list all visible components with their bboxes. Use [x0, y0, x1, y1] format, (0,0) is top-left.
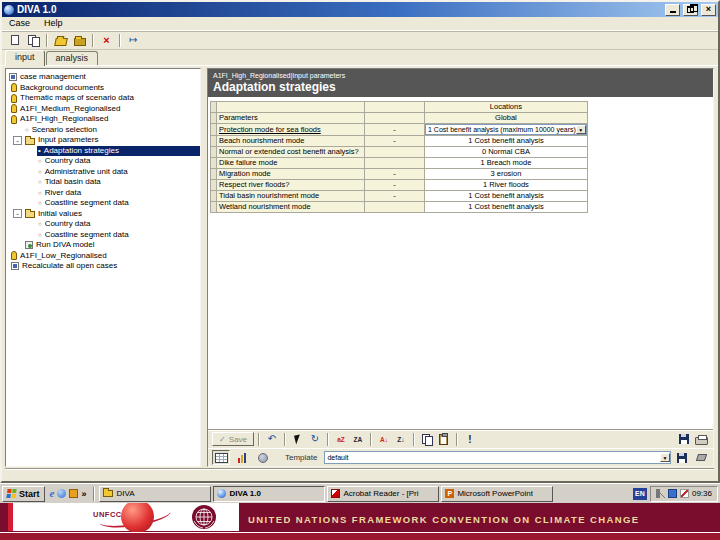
print-button[interactable] [693, 432, 709, 447]
taskbar-window-diva[interactable]: DIVA 1.0 [213, 486, 325, 502]
quick-launch-icon[interactable] [69, 489, 78, 498]
select-mode-button[interactable] [290, 432, 306, 447]
parameter-name-cell[interactable]: Normal or extended cost benefit analysis… [217, 147, 365, 158]
quick-launch-icon[interactable] [57, 489, 66, 498]
tree-item[interactable]: ○Coastline segment data [6, 198, 200, 209]
circle-icon: ○ [38, 199, 42, 207]
copy-case-button[interactable] [24, 32, 43, 49]
tree-item[interactable]: ○Administrative unit data [6, 167, 200, 178]
signal-icon[interactable] [680, 489, 689, 498]
parameter-name-cell[interactable]: Respect river floods? [217, 180, 365, 191]
chart-view-button[interactable] [233, 450, 251, 465]
export-button[interactable]: ↦ [124, 32, 143, 49]
chevron-down-icon[interactable]: ▼ [576, 125, 586, 134]
value-cell[interactable]: 1 River floods [425, 180, 588, 191]
folder-icon [103, 490, 113, 497]
tab-input[interactable]: input [5, 50, 45, 66]
lamp-icon [11, 251, 17, 260]
taskbar-window-powerpoint[interactable]: PMicrosoft PowerPoint [441, 486, 553, 502]
powerpoint-icon: P [445, 489, 454, 498]
clear-template-button[interactable] [693, 450, 709, 465]
tree-item[interactable]: Recalculate all open cases [6, 261, 200, 272]
import-case-button[interactable] [70, 32, 89, 49]
parameter-name-cell[interactable]: Migration mode [217, 169, 365, 180]
circle-icon: ○ [38, 231, 42, 239]
template-dropdown-value: default [325, 453, 660, 462]
parameter-name-cell[interactable]: Dike failure mode [217, 158, 365, 169]
tree-item[interactable]: ○Country data [6, 156, 200, 167]
flag-cell: - [365, 169, 425, 180]
toolbar-separator [456, 433, 458, 446]
tree-item[interactable]: -Initial values [6, 209, 200, 220]
tree-item[interactable]: ○River data [6, 188, 200, 199]
tree-item[interactable]: A1FI_Medium_Regionalised [6, 104, 200, 115]
start-button[interactable]: Start [2, 486, 45, 502]
tree-item[interactable]: ○Coastline segment data [6, 230, 200, 241]
close-button[interactable]: × [701, 4, 716, 16]
tree-item[interactable]: Thematic maps of scenario data [6, 93, 200, 104]
minimize-button[interactable] [665, 4, 680, 16]
expand-toggle-icon[interactable]: - [13, 209, 22, 218]
value-cell[interactable]: 1 Cost benefit analysis (maximum 10000 y… [425, 124, 588, 136]
parameter-name-cell[interactable]: Protection mode for sea floods [217, 124, 365, 136]
tree-item-label: A1FI_High_Regionalised [20, 114, 109, 124]
save-button[interactable]: ✓ Save [212, 432, 254, 446]
fill-az-button[interactable]: aZ [333, 432, 349, 447]
value-dropdown[interactable]: 1 Cost benefit analysis (maximum 10000 y… [425, 124, 587, 135]
undo-button[interactable]: ↶ [264, 432, 280, 447]
parameter-name-cell[interactable]: Wetland nourishment mode [217, 202, 365, 213]
parameter-name-cell[interactable]: Beach nourishment mode [217, 136, 365, 147]
banner-title: UNITED NATIONS FRAMEWORK CONVENTION ON C… [248, 514, 640, 525]
tree-item[interactable]: A1FI_High_Regionalised [6, 114, 200, 125]
value-cell[interactable]: 1 Cost benefit analysis [425, 191, 588, 202]
status-bar [5, 468, 714, 479]
table-view-icon [215, 453, 228, 463]
internet-explorer-icon[interactable]: e [50, 488, 55, 499]
chevron-down-icon[interactable]: ▼ [660, 453, 670, 462]
network-icon[interactable] [668, 489, 677, 498]
value-cell[interactable]: 1 Cost benefit analysis [425, 136, 588, 147]
paste-button[interactable] [436, 432, 452, 447]
refresh-button[interactable]: ↻ [307, 432, 323, 447]
tab-analysis[interactable]: analysis [46, 51, 99, 65]
taskbar-window-folder[interactable]: DIVA [99, 486, 211, 502]
tree-item[interactable]: •Adaptation strategies [6, 146, 200, 157]
map-view-button[interactable] [254, 450, 272, 465]
open-case-button[interactable] [51, 32, 70, 49]
dot-icon: • [38, 147, 41, 155]
tree-item[interactable]: case management [6, 72, 200, 83]
parameter-name-cell[interactable]: Tidal basin nourishment mode [217, 191, 365, 202]
tree-item[interactable]: Run DIVA model [6, 240, 200, 251]
delete-case-button[interactable]: × [97, 32, 116, 49]
locations-header: Locations [425, 102, 588, 113]
restore-button[interactable] [683, 4, 698, 16]
quick-launch-overflow[interactable]: » [81, 489, 86, 499]
tree-item[interactable]: ○Country data [6, 219, 200, 230]
value-cell[interactable]: 3 erosion [425, 169, 588, 180]
sort-ascending-button[interactable]: A↓ [376, 432, 392, 447]
template-dropdown[interactable]: default ▼ [324, 451, 671, 464]
new-case-button[interactable] [5, 32, 24, 49]
value-cell[interactable]: 1 Breach mode [425, 158, 588, 169]
value-cell[interactable]: 1 Cost benefit analysis [425, 202, 588, 213]
menu-help[interactable]: Help [37, 17, 70, 30]
save-table-button[interactable] [676, 432, 692, 447]
value-cell[interactable]: 0 Normal CBA [425, 147, 588, 158]
validate-button[interactable]: ! [462, 432, 478, 447]
tree-item[interactable]: ○Tidal basin data [6, 177, 200, 188]
fill-za-button[interactable]: ZA [350, 432, 366, 447]
tree-item[interactable]: A1FI_Low_Regionalised [6, 251, 200, 262]
copy-button[interactable] [419, 432, 435, 447]
tree-item[interactable]: -Input parameters [6, 135, 200, 146]
sort-descending-button[interactable]: Z↓ [393, 432, 409, 447]
taskbar-window-acrobat[interactable]: Acrobat Reader - [Pri [327, 486, 439, 502]
tree-item[interactable]: Background documents [6, 83, 200, 94]
tree-item[interactable]: ○Scenario selection [6, 125, 200, 136]
volume-icon[interactable] [656, 489, 665, 498]
expand-toggle-icon[interactable]: - [13, 136, 22, 145]
language-indicator[interactable]: EN [633, 488, 647, 500]
table-view-button[interactable] [212, 450, 230, 465]
save-template-button[interactable] [674, 450, 690, 465]
taskbar-window-label: Acrobat Reader - [Pri [343, 489, 418, 498]
menu-case[interactable]: Case [2, 17, 37, 30]
